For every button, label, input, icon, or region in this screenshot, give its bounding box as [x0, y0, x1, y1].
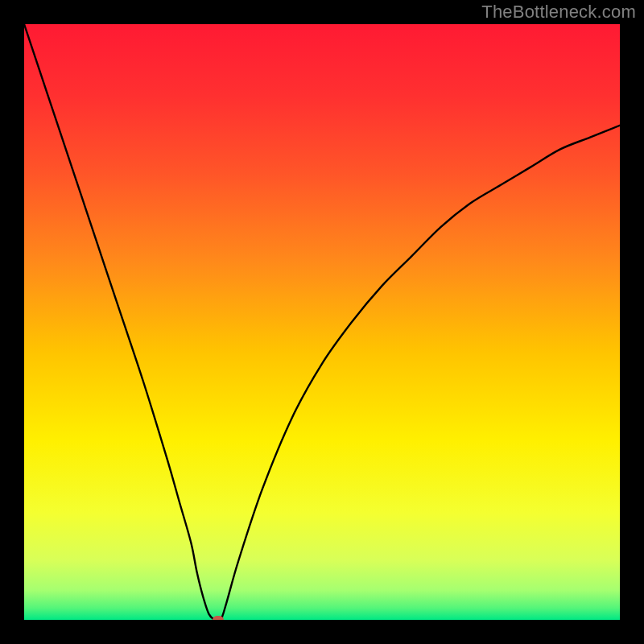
watermark-text: TheBottleneck.com — [481, 2, 636, 23]
chart-frame: TheBottleneck.com — [0, 0, 644, 644]
bottleneck-curve — [24, 24, 620, 620]
plot-area — [24, 24, 620, 620]
optimal-point-marker — [213, 616, 224, 620]
